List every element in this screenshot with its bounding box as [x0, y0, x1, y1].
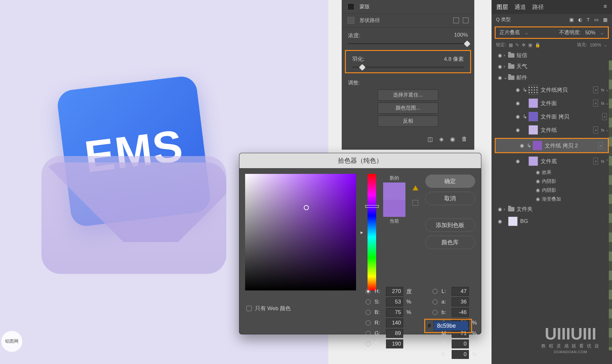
- radio-h[interactable]: [366, 289, 371, 294]
- link-icon[interactable]: ▫: [593, 100, 598, 107]
- layer-folder-weather[interactable]: ◉›天气: [492, 61, 612, 72]
- select-and-mask-button[interactable]: 选择并遮住...: [378, 89, 438, 101]
- l-input[interactable]: 47: [452, 287, 469, 296]
- r-input[interactable]: 140: [386, 318, 403, 327]
- k-input[interactable]: 0: [452, 350, 469, 359]
- mask-select-icon[interactable]: [463, 18, 469, 23]
- color-field[interactable]: [245, 174, 356, 290]
- effect-inner-shadow-2[interactable]: ◉ 内阴影: [492, 186, 612, 195]
- g-input[interactable]: 89: [386, 329, 403, 338]
- link-icon[interactable]: ▫: [598, 142, 603, 149]
- layer-folder-sms[interactable]: ◉›短信: [492, 50, 612, 61]
- s-input[interactable]: 53: [386, 297, 403, 306]
- visibility-icon[interactable]: ◉: [514, 158, 521, 164]
- hue-cursor-icon[interactable]: [365, 205, 379, 208]
- b-input[interactable]: -46: [452, 308, 469, 317]
- hue-arrow-icon[interactable]: ▸: [361, 229, 363, 235]
- visibility-icon[interactable]: ◉: [514, 100, 521, 106]
- cancel-button[interactable]: 取消: [425, 192, 475, 205]
- slider-thumb-icon[interactable]: [464, 40, 470, 47]
- radio-a[interactable]: [433, 299, 438, 304]
- radio-g[interactable]: [366, 331, 371, 336]
- visibility-icon[interactable]: ◉: [518, 143, 526, 148]
- link-icon[interactable]: ▫: [593, 126, 598, 133]
- hue-strip[interactable]: [368, 174, 376, 290]
- add-swatch-button[interactable]: 添加到色板: [425, 218, 475, 232]
- visibility-icon[interactable]: ◉: [496, 53, 504, 58]
- link-icon[interactable]: ▫: [602, 113, 607, 120]
- visibility-icon[interactable]: ◉: [514, 87, 521, 93]
- layer-face-copy[interactable]: ◉↳文件面 拷贝▫: [492, 110, 612, 123]
- lock-all-icon[interactable]: 🔒: [535, 42, 540, 47]
- load-selection-icon[interactable]: ◫: [427, 136, 433, 143]
- radio-b2[interactable]: [433, 310, 438, 315]
- layer-paper-copy[interactable]: ◉↳文件纸拷贝▫fx⌄: [492, 83, 612, 96]
- layer-bg[interactable]: ◉BG: [492, 215, 612, 228]
- radio-l[interactable]: [433, 289, 438, 294]
- feather-slider-highlighted[interactable]: 羽化:4.8 像素: [345, 50, 471, 73]
- delete-mask-icon[interactable]: 🗑: [462, 136, 467, 143]
- lock-pixels-icon[interactable]: ▩: [509, 42, 513, 47]
- layer-folder-mail[interactable]: ◉⌄邮件: [492, 72, 612, 83]
- layer-folder-docs[interactable]: ◉›文件夹: [492, 203, 612, 215]
- radio-b[interactable]: [366, 310, 371, 315]
- toggle-mask-icon[interactable]: ◉: [450, 136, 455, 143]
- link-icon[interactable]: ▫: [593, 86, 598, 93]
- ok-button[interactable]: 确定: [425, 175, 475, 188]
- opacity-input[interactable]: 50%: [585, 30, 595, 36]
- color-cursor-icon[interactable]: [304, 205, 309, 210]
- effect-inner-shadow-1[interactable]: ◉ 内阴影: [492, 177, 612, 186]
- filter-adjust-icon[interactable]: ◐: [578, 17, 582, 23]
- a-input[interactable]: 36: [452, 297, 469, 306]
- visibility-icon[interactable]: ◉: [514, 127, 521, 133]
- lock-paint-icon[interactable]: ✎: [515, 42, 519, 47]
- filter-image-icon[interactable]: ▣: [569, 17, 574, 23]
- cube-icon[interactable]: [412, 200, 418, 206]
- checkbox-icon[interactable]: [246, 306, 252, 311]
- tab-paths[interactable]: 路径: [532, 3, 544, 11]
- h-input[interactable]: 270: [386, 287, 403, 296]
- lock-artboard-icon[interactable]: ▣: [528, 42, 532, 47]
- layer-base[interactable]: ◉文件底▫fx⌃: [492, 154, 612, 168]
- web-only-checkbox[interactable]: 只有 Web 颜色: [246, 305, 291, 312]
- panel-menu-icon[interactable]: ≡: [603, 3, 607, 11]
- density-slider[interactable]: 浓度:100%: [342, 27, 474, 49]
- radio-s[interactable]: [366, 299, 371, 304]
- bv-input[interactable]: 75: [386, 308, 403, 317]
- slider-thumb-icon[interactable]: [359, 64, 366, 71]
- mask-mode-icon[interactable]: [453, 18, 459, 23]
- hex-input[interactable]: 8c59be: [433, 321, 469, 331]
- tab-channels[interactable]: 通道: [514, 3, 526, 11]
- invert-button[interactable]: 反相: [378, 116, 438, 127]
- current-color-swatch[interactable]: [383, 200, 405, 217]
- bc-input[interactable]: 190: [386, 339, 403, 348]
- radio-bc[interactable]: [366, 341, 371, 346]
- visibility-icon[interactable]: ◉: [496, 218, 504, 224]
- color-range-button[interactable]: 颜色范围...: [378, 103, 438, 114]
- y-input[interactable]: 0: [452, 339, 469, 348]
- layer-paper-copy-2-selected-highlighted[interactable]: ◉↳文件纸 拷贝 2▫: [495, 138, 609, 153]
- apply-mask-icon[interactable]: ◈: [439, 136, 444, 143]
- filter-smart-icon[interactable]: ▦: [603, 17, 608, 23]
- visibility-icon[interactable]: ◉: [496, 64, 504, 69]
- visibility-icon[interactable]: ◉: [496, 75, 504, 81]
- color-library-button[interactable]: 颜色库: [425, 236, 475, 249]
- link-icon[interactable]: ▫: [593, 158, 598, 165]
- kind-filter[interactable]: Q 类型: [496, 17, 511, 23]
- branding-watermark: UIIIUIII 教 程 灵 感 就 看 优 设 DOANDOAN.COM: [529, 324, 612, 354]
- effect-gradient-overlay[interactable]: ◉ 渐变叠加: [492, 195, 612, 203]
- radio-r[interactable]: [366, 320, 371, 325]
- fill-input[interactable]: 100%: [590, 42, 601, 47]
- blend-mode-select[interactable]: 正片叠底: [499, 29, 520, 36]
- layer-paper[interactable]: ◉文件纸▫fx⌄: [492, 123, 612, 137]
- lock-position-icon[interactable]: ✥: [522, 42, 526, 47]
- gamut-warning-icon[interactable]: [412, 185, 418, 190]
- layer-thumb-icon: [528, 112, 538, 121]
- layer-face[interactable]: ◉文件面▫fx⌄: [492, 96, 612, 110]
- tab-layers[interactable]: 图层: [497, 3, 508, 11]
- filter-type-icon[interactable]: T: [587, 17, 590, 23]
- mask-thumb-icon: [347, 3, 354, 10]
- filter-shape-icon[interactable]: ▭: [594, 17, 599, 23]
- visibility-icon[interactable]: ◉: [514, 114, 521, 119]
- visibility-icon[interactable]: ◉: [496, 206, 504, 212]
